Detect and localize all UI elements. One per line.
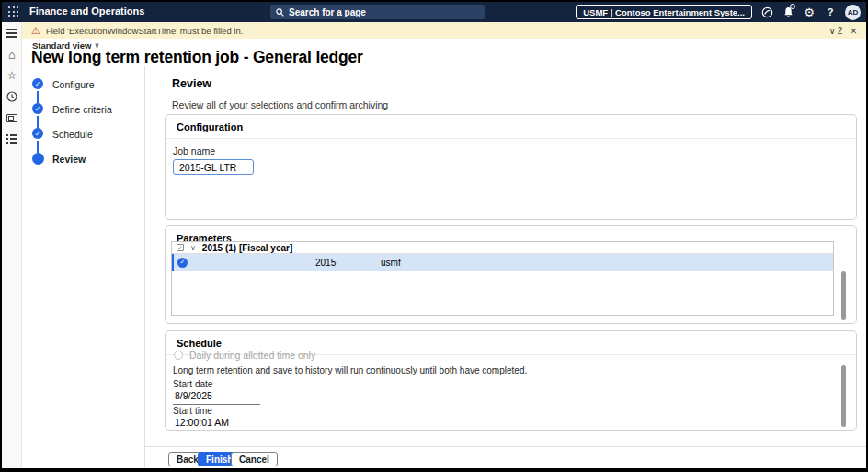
daily-allotted-radio-label: Daily during allotted time only xyxy=(189,350,315,361)
help-icon[interactable]: ? xyxy=(824,6,837,18)
job-name-label: Job name xyxy=(173,145,849,156)
search-placeholder: Search for a page xyxy=(289,7,366,17)
workspaces-icon xyxy=(6,114,17,122)
close-icon[interactable]: × xyxy=(850,25,857,37)
notification-badge xyxy=(790,4,795,9)
start-date-label: Start date xyxy=(173,379,212,389)
banner-collapse-button[interactable]: ∨ 2 xyxy=(829,26,843,36)
grid-group-label: 2015 (1) [Fiscal year] xyxy=(202,243,292,253)
footer-divider xyxy=(145,446,866,447)
table-row[interactable]: ✓ 2015 usmf xyxy=(172,254,833,271)
search-icon xyxy=(276,8,284,17)
review-subheading: Review all of your selections and confir… xyxy=(172,99,388,110)
header-actions: USMF | Contoso Entertainment Syste... ⚙ … xyxy=(576,2,861,22)
warning-message: Field 'ExecutionWindowStartTime' must be… xyxy=(46,26,243,36)
start-date-input[interactable]: 8/9/2025 xyxy=(173,389,260,405)
clock-icon xyxy=(6,91,17,102)
parameters-grid: ✓ ∨ 2015 (1) [Fiscal year] ✓ 2015 usmf xyxy=(171,241,834,316)
panel-divider xyxy=(144,66,145,468)
schedule-section: Schedule Daily during allotted time only… xyxy=(165,330,857,431)
company-cell: usmf xyxy=(381,258,401,268)
wizard-step-schedule[interactable]: Schedule xyxy=(52,129,93,140)
row-selected-check-icon[interactable]: ✓ xyxy=(177,258,188,268)
radio-unchecked-icon[interactable] xyxy=(174,351,183,360)
step-connector xyxy=(37,141,39,153)
expand-menu-button[interactable] xyxy=(2,27,22,40)
select-all-checkbox[interactable]: ✓ xyxy=(177,244,184,251)
step-connector xyxy=(37,91,39,103)
wizard-step-define-criteria[interactable]: Define criteria xyxy=(52,104,112,115)
alerts-bell-icon[interactable] xyxy=(782,6,794,18)
configuration-section: Configuration Job name xyxy=(165,114,857,220)
configuration-section-title: Configuration xyxy=(166,115,856,139)
step-current-icon[interactable] xyxy=(32,153,44,165)
step-complete-icon[interactable]: ✓ xyxy=(32,103,43,114)
parameters-scrollbar[interactable] xyxy=(841,271,846,320)
step-complete-icon[interactable]: ✓ xyxy=(32,78,43,89)
top-navbar: Finance and Operations Search for a page… xyxy=(2,2,866,22)
company-selector-button[interactable]: USMF | Contoso Entertainment Syste... xyxy=(576,5,752,19)
step-connector xyxy=(37,116,39,128)
page-search-input[interactable]: Search for a page xyxy=(270,5,485,19)
hamburger-icon xyxy=(6,29,17,38)
start-time-label: Start time xyxy=(173,406,212,416)
grid-group-header-row[interactable]: ✓ ∨ 2015 (1) [Fiscal year] xyxy=(172,242,833,254)
warning-icon: ⚠ xyxy=(31,26,40,36)
schedule-note: Long term retention and save to history … xyxy=(173,365,527,375)
wizard-step-review[interactable]: Review xyxy=(52,154,86,165)
wizard-step-configure[interactable]: Configure xyxy=(52,79,95,90)
start-time-value[interactable]: 12:00:01 AM xyxy=(175,417,229,428)
modules-button[interactable] xyxy=(2,132,22,145)
chevron-down-icon: ∨ xyxy=(829,26,836,36)
chevron-down-icon[interactable]: ∨ xyxy=(190,244,196,252)
parameters-section: Parameters ✓ ∨ 2015 (1) [Fiscal year] ✓ … xyxy=(165,225,857,324)
settings-gear-icon[interactable]: ⚙ xyxy=(803,6,816,18)
star-icon: ☆ xyxy=(7,69,17,82)
banner-count: 2 xyxy=(838,26,843,36)
waffle-menu-icon[interactable] xyxy=(8,6,19,17)
schedule-scrollbar[interactable] xyxy=(841,365,846,427)
nav-rail: ⌂ ☆ xyxy=(2,22,22,468)
cancel-button[interactable]: Cancel xyxy=(231,452,278,466)
copilot-icon[interactable] xyxy=(760,6,773,18)
workspaces-button[interactable] xyxy=(2,111,22,124)
app-window: Finance and Operations Search for a page… xyxy=(0,0,868,472)
step-complete-icon[interactable]: ✓ xyxy=(32,128,43,139)
home-icon: ⌂ xyxy=(8,48,16,62)
job-name-input[interactable] xyxy=(173,159,254,175)
warning-message-bar: ⚠ Field 'ExecutionWindowStartTime' must … xyxy=(22,22,866,39)
page-title: New long term retention job - General le… xyxy=(31,48,363,67)
recent-button[interactable] xyxy=(2,90,22,103)
daily-allotted-radio-row[interactable]: Daily during allotted time only xyxy=(174,350,315,361)
review-heading: Review xyxy=(172,77,211,90)
banner-actions: ∨ 2 × xyxy=(829,25,857,37)
home-button[interactable]: ⌂ xyxy=(2,48,22,61)
fiscal-year-cell: 2015 xyxy=(315,258,336,268)
modules-list-icon xyxy=(6,134,17,144)
app-title: Finance and Operations xyxy=(29,6,144,17)
favorites-button[interactable]: ☆ xyxy=(2,69,22,82)
user-avatar[interactable]: AD xyxy=(845,5,861,20)
